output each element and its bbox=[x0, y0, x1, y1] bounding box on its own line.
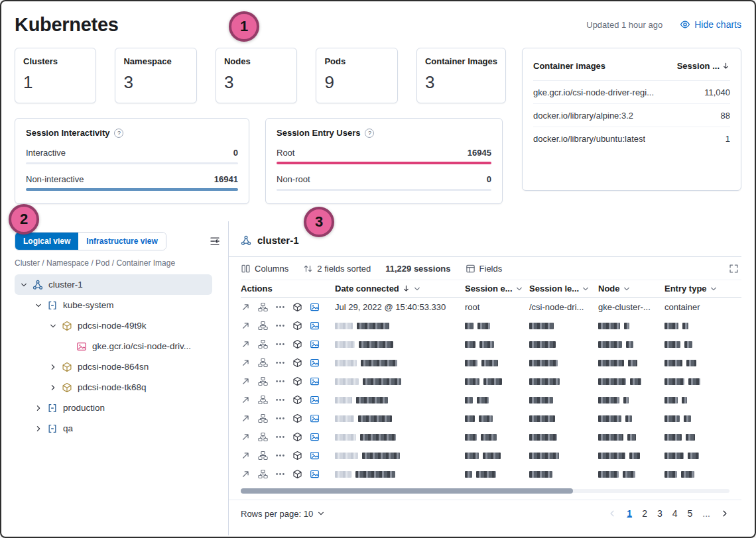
expand-session-icon[interactable] bbox=[241, 302, 251, 312]
columns-button[interactable]: Columns bbox=[241, 264, 288, 274]
column-header-entry-type[interactable]: Entry type bbox=[664, 284, 728, 294]
process-tree-icon[interactable] bbox=[258, 339, 268, 349]
container-image-icon[interactable] bbox=[310, 413, 320, 423]
more-actions-icon[interactable] bbox=[275, 339, 285, 349]
help-icon[interactable]: ? bbox=[365, 129, 374, 138]
more-actions-icon[interactable] bbox=[275, 451, 285, 460]
expand-session-icon[interactable] bbox=[241, 413, 251, 423]
tree-item-pdcsi-node-tk68q[interactable]: pdcsi-node-tk68q bbox=[15, 377, 212, 398]
session-row[interactable]: Jul 29, 2022 @ 15:40:53.330root/csi-node… bbox=[241, 297, 741, 316]
process-tree-icon[interactable] bbox=[258, 321, 268, 331]
column-header-date-connected[interactable]: Date connected bbox=[335, 284, 465, 294]
expand-session-icon[interactable] bbox=[241, 451, 251, 460]
tree-item-pdcsi-node-864sn[interactable]: pdcsi-node-864sn bbox=[15, 356, 212, 377]
container-image-icon[interactable] bbox=[310, 432, 320, 442]
container-image-icon[interactable] bbox=[310, 339, 320, 349]
more-actions-icon[interactable] bbox=[275, 358, 285, 368]
process-tree-icon[interactable] bbox=[258, 469, 268, 479]
chevron-down-icon[interactable] bbox=[33, 300, 44, 311]
container-image-icon[interactable] bbox=[310, 395, 320, 405]
session-row[interactable] bbox=[241, 427, 741, 446]
pod-icon[interactable] bbox=[292, 321, 302, 331]
process-tree-icon[interactable] bbox=[258, 358, 268, 368]
process-tree-icon[interactable] bbox=[258, 413, 268, 423]
expand-session-icon[interactable] bbox=[241, 432, 251, 442]
more-actions-icon[interactable] bbox=[275, 413, 285, 423]
pod-icon[interactable] bbox=[292, 376, 302, 386]
rows-per-page-button[interactable]: Rows per page: 10 bbox=[241, 509, 325, 519]
help-icon[interactable]: ? bbox=[114, 129, 123, 138]
more-actions-icon[interactable] bbox=[275, 432, 285, 442]
column-header-session-le[interactable]: Session le... bbox=[529, 284, 598, 294]
process-tree-icon[interactable] bbox=[258, 302, 268, 312]
expand-session-icon[interactable] bbox=[241, 339, 251, 349]
page-next-button[interactable] bbox=[720, 509, 729, 518]
tree-item-kube-system[interactable]: kube-system bbox=[15, 295, 212, 315]
pod-icon[interactable] bbox=[292, 413, 302, 423]
more-actions-icon[interactable] bbox=[275, 395, 285, 405]
tree-item-cluster-1[interactable]: cluster-1 bbox=[15, 274, 212, 295]
page-3[interactable]: 3 bbox=[657, 508, 662, 519]
scrollbar-thumb[interactable] bbox=[241, 488, 573, 494]
page-prev-button[interactable] bbox=[607, 509, 617, 518]
page-2[interactable]: 2 bbox=[642, 508, 647, 519]
chevron-right-icon[interactable] bbox=[48, 362, 58, 372]
chevron-right-icon[interactable] bbox=[33, 403, 44, 413]
chevron-down-icon[interactable] bbox=[19, 280, 29, 290]
session-row[interactable] bbox=[241, 372, 741, 390]
page-5[interactable]: 5 bbox=[688, 508, 693, 519]
column-header-session-e[interactable]: Session e... bbox=[465, 284, 529, 294]
process-tree-icon[interactable] bbox=[258, 451, 268, 460]
container-image-icon[interactable] bbox=[310, 321, 320, 331]
collapse-tree-icon[interactable] bbox=[210, 236, 220, 246]
infrastructure-view-button[interactable]: Infrastructure view bbox=[78, 233, 165, 250]
fields-button[interactable]: Fields bbox=[466, 264, 503, 274]
page-1[interactable]: 1 bbox=[627, 508, 632, 519]
session-row[interactable] bbox=[241, 316, 741, 335]
session-row[interactable] bbox=[241, 409, 741, 427]
more-actions-icon[interactable] bbox=[275, 469, 285, 479]
chevron-right-icon[interactable] bbox=[33, 423, 44, 434]
chevron-right-icon[interactable] bbox=[48, 382, 58, 393]
container-image-icon[interactable] bbox=[310, 302, 320, 312]
container-images-sort-button[interactable]: Session ... bbox=[677, 61, 730, 71]
session-row[interactable] bbox=[241, 353, 741, 372]
logical-view-button[interactable]: Logical view bbox=[15, 233, 78, 250]
pod-icon[interactable] bbox=[292, 395, 302, 405]
hide-charts-button[interactable]: Hide charts bbox=[680, 19, 741, 30]
pod-icon[interactable] bbox=[292, 451, 302, 460]
container-image-row[interactable]: docker.io/library/alpine:3.288 bbox=[533, 103, 730, 127]
process-tree-icon[interactable] bbox=[258, 395, 268, 405]
expand-session-icon[interactable] bbox=[241, 395, 251, 405]
more-actions-icon[interactable] bbox=[275, 376, 285, 386]
session-row[interactable] bbox=[241, 446, 741, 464]
container-image-icon[interactable] bbox=[310, 376, 320, 386]
session-row[interactable] bbox=[241, 464, 741, 483]
pod-icon[interactable] bbox=[292, 358, 302, 368]
session-row[interactable] bbox=[241, 335, 741, 353]
pod-icon[interactable] bbox=[292, 432, 302, 442]
tree-item-gke-gcr-io-csi-node-driv[interactable]: gke.gcr.io/csi-node-driv... bbox=[15, 336, 212, 356]
container-image-icon[interactable] bbox=[310, 451, 320, 460]
container-image-icon[interactable] bbox=[310, 469, 320, 479]
expand-session-icon[interactable] bbox=[241, 358, 251, 368]
session-row[interactable] bbox=[241, 390, 741, 409]
pod-icon[interactable] bbox=[292, 339, 302, 349]
process-tree-icon[interactable] bbox=[258, 432, 268, 442]
tree-item-pdcsi-node-49t9k[interactable]: pdcsi-node-49t9k bbox=[15, 315, 212, 336]
fields-sorted-button[interactable]: 2 fields sorted bbox=[303, 264, 371, 274]
column-header-node[interactable]: Node bbox=[598, 284, 664, 294]
container-image-row[interactable]: gke.gcr.io/csi-node-driver-regi...11,040 bbox=[533, 80, 730, 103]
more-actions-icon[interactable] bbox=[275, 321, 285, 331]
tree-item-qa[interactable]: qa bbox=[15, 418, 212, 439]
expand-session-icon[interactable] bbox=[241, 469, 251, 479]
pod-icon[interactable] bbox=[292, 302, 302, 312]
pod-icon[interactable] bbox=[292, 469, 302, 479]
more-actions-icon[interactable] bbox=[275, 302, 285, 312]
container-image-row[interactable]: docker.io/library/ubuntu:latest1 bbox=[533, 127, 730, 150]
horizontal-scrollbar[interactable] bbox=[241, 488, 729, 494]
process-tree-icon[interactable] bbox=[258, 376, 268, 386]
chevron-down-icon[interactable] bbox=[48, 321, 58, 331]
container-image-icon[interactable] bbox=[310, 358, 320, 368]
page-4[interactable]: 4 bbox=[672, 508, 678, 519]
